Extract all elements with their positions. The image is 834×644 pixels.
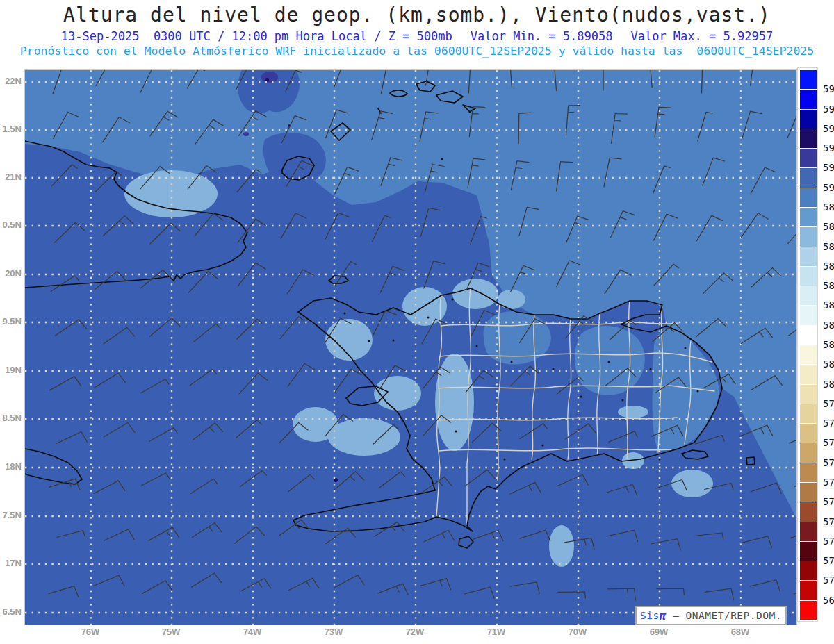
colorbar-tick-label: 5850: [823, 279, 834, 292]
lon-tick-label: 75W: [156, 626, 186, 638]
colorbar-segment: [800, 443, 817, 462]
colorbar-segment: [800, 247, 817, 266]
lat-tick-label: 21N: [0, 171, 22, 183]
attribution-box: Sisπ – ONAMET/REP.DOM.: [635, 606, 787, 625]
colorbar-tick-label: 5900: [823, 181, 834, 194]
lat-tick-label: 9.5N: [0, 315, 22, 328]
colorbar-segment: [800, 149, 817, 167]
colorbar-segment: [800, 404, 817, 423]
datetime-subtitle: 13-Sep-2025 0300 UTC / 12:00 pm Hora Loc…: [0, 29, 834, 43]
colorbar-segment: [800, 522, 817, 541]
lat-tick-label: 18N: [0, 461, 22, 473]
colorbar-tick-label: 5820: [823, 338, 834, 351]
lat-tick-label: 20N: [0, 267, 22, 280]
colorbar-tick-label: 5710: [823, 554, 834, 567]
colorbar-tick-label: 5870: [823, 240, 834, 253]
colorbar-segment: [800, 424, 817, 443]
colorbar-segment: [800, 168, 817, 187]
lat-tick-label: 17N: [0, 557, 22, 570]
colorbar-tick-label: 5840: [823, 299, 834, 311]
geopotential-map: [25, 70, 796, 625]
colorbar-segment: [800, 542, 817, 561]
weather-map-page: { "header": { "title": "Altura del nivel…: [0, 0, 834, 644]
colorbar-segment: [800, 267, 817, 286]
colorbar-tick-label: 5700: [823, 574, 834, 586]
lat-tick-label: 7.5N: [0, 509, 22, 522]
lon-tick-label: 76W: [75, 626, 106, 638]
fill-region-steel-island-b: [575, 326, 645, 395]
lon-tick-label: 69W: [644, 626, 674, 638]
colorbar-segment: [800, 129, 817, 148]
lat-tick-label: 6.5N: [0, 606, 22, 618]
colorbar-segment: [800, 227, 817, 246]
attribution-sis: Sis: [640, 610, 660, 621]
colorbar-tick-label: 5930: [823, 122, 834, 135]
lon-tick-label: 73W: [318, 626, 349, 638]
page-title: Altura del nivel de geop. (km,somb.), Vi…: [0, 3, 834, 26]
lon-tick-label: 71W: [481, 626, 512, 638]
colorbar-tick-label: 5920: [823, 142, 834, 154]
colorbar-tick-label: 5940: [823, 103, 834, 115]
lon-tick-label: 72W: [400, 626, 430, 638]
colorbar-segment: [800, 365, 817, 383]
colorbar-segment: [800, 601, 817, 620]
colorbar-segment: [800, 306, 817, 324]
colorbar-tick-label: 5890: [823, 201, 834, 213]
lat-tick-label: 0.5N: [0, 219, 22, 231]
colorbar-tick-label: 5830: [823, 319, 834, 331]
lat-tick-label: 19N: [0, 364, 22, 377]
lat-tick-label: 22N: [0, 75, 22, 88]
lat-tick-label: 1.5N: [0, 123, 22, 135]
colorbar-segment: [800, 70, 817, 89]
colorbar-segment: [800, 463, 817, 482]
colorbar-segment: [800, 326, 817, 345]
attribution-org: – ONAMET/REP.DOM.: [667, 610, 782, 621]
colorbar-segment: [800, 345, 817, 364]
colorbar-tick-label: 5770: [823, 436, 834, 449]
colorbar-tick-label: 5780: [823, 417, 834, 429]
colorbar-segment: [800, 208, 817, 226]
colorbar-tick-label: 5880: [823, 220, 834, 233]
model-info-line: Pronóstico con el Modelo Atmósferico WRF…: [0, 44, 834, 58]
colorbar-tick-label: 5740: [823, 495, 834, 508]
map-plot-area: Sisπ – ONAMET/REP.DOM.: [24, 69, 797, 625]
colorbar-tick-label: 5950: [823, 83, 834, 95]
colorbar-tick-label: 5720: [823, 535, 834, 547]
colorbar-tick-label: 5790: [823, 397, 834, 410]
colorbar-tick-label: 5810: [823, 358, 834, 370]
attribution-pi-logo: π: [660, 609, 667, 622]
valor-max-text: Valor Max. = 5.92957: [630, 29, 773, 43]
colorbar-tick-label: 5760: [823, 456, 834, 469]
colorbar-segment: [800, 502, 817, 521]
colorbar-segment: [800, 90, 817, 108]
lon-tick-label: 70W: [562, 626, 593, 638]
colorbar: [797, 67, 818, 622]
colorbar-tick-label: 5690: [823, 594, 834, 606]
colorbar-tick-label: 5750: [823, 476, 834, 488]
colorbar-tick-label: 5860: [823, 260, 834, 272]
colorbar-segment: [800, 385, 817, 404]
lat-tick-label: 8.5N: [0, 412, 22, 424]
lon-tick-label: 68W: [725, 626, 755, 638]
colorbar-segment: [800, 286, 817, 305]
colorbar-segment: [800, 561, 817, 580]
lon-tick-label: 74W: [237, 626, 268, 638]
colorbar-segment: [800, 188, 817, 207]
datetime-text: 13-Sep-2025 0300 UTC / 12:00 pm Hora Loc…: [61, 29, 452, 43]
colorbar-segment: [800, 483, 817, 502]
colorbar-tick-label: 5910: [823, 161, 834, 174]
colorbar-segment: [800, 581, 817, 600]
colorbar-segment: [800, 110, 817, 129]
colorbar-tick-label: 5730: [823, 515, 834, 528]
valor-min-text: Valor Min. = 5.89058: [471, 29, 613, 43]
colorbar-tick-label: 5800: [823, 378, 834, 390]
